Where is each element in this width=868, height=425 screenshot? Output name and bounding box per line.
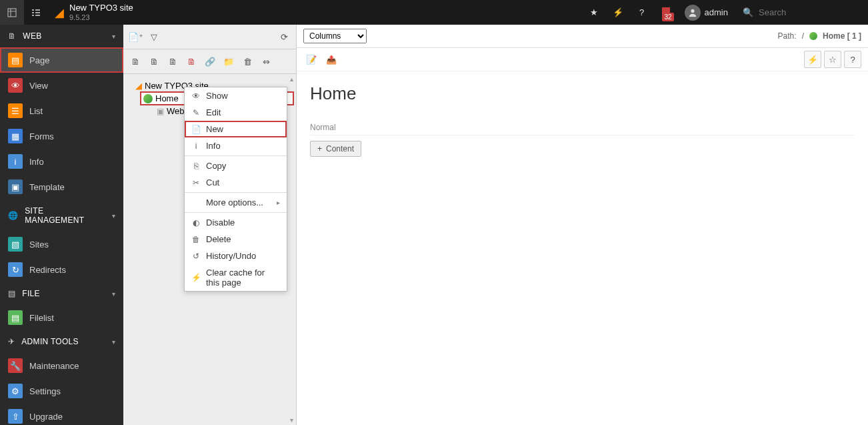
trash-icon[interactable]: 🗑 [239,53,255,69]
doc-shortcut-icon[interactable]: 🗎 [165,53,181,69]
search-icon: 🔍 [743,7,753,17]
ctx-history[interactable]: ↺History/Undo [185,248,287,264]
ctx-disable[interactable]: ◐Disable [185,214,287,231]
ctx-info[interactable]: iInfo [185,137,287,154]
pencil-icon: ✎ [191,108,201,117]
topbar: ◢ New TYPO3 site 9.5.23 ★ ⚡ ? 32 admin 🔍 [0,0,868,25]
ctx-new[interactable]: 📄New [185,121,287,137]
eye-icon: 👁 [8,78,23,93]
copy-icon: ⎘ [191,161,201,171]
path-label: Path: [778,31,797,41]
user-menu[interactable]: admin [678,5,735,21]
folder-icon[interactable]: 📁 [221,53,237,69]
link-icon[interactable]: 🔗 [202,53,218,69]
sidebar-item-forms[interactable]: ▦Forms [0,123,123,149]
svg-rect-0 [8,9,16,17]
layout-select[interactable]: Columns [303,29,367,43]
sidebar-item-redirects[interactable]: ↻Redirects [0,257,123,282]
ctx-show[interactable]: 👁Show [185,87,287,104]
wrench-icon: 🔧 [8,358,23,373]
sidebar-group-admintools[interactable]: ✈ ADMIN TOOLS ▾ [0,330,123,353]
redirect-icon: ↻ [8,262,23,277]
refresh-icon[interactable]: ⟳ [276,29,292,45]
globe-icon [809,32,817,40]
search-input[interactable] [759,7,868,17]
shortcut-icon[interactable] [24,0,48,25]
content-toolbar-2: 📝 📤 ⚡ ☆ ? [297,48,868,71]
sidebar-item-info[interactable]: iInfo [0,149,123,174]
site-version: 9.5.23 [69,13,133,21]
ctx-clearcache[interactable]: ⚡Clear cache for this page [185,264,287,291]
ctx-more[interactable]: More options...▸ [185,194,287,211]
template-icon: ▣ [8,179,23,194]
sidebar-group-file[interactable]: ▤ FILE ▾ [0,282,123,305]
username: admin [705,7,728,17]
doc-mount-icon[interactable]: 🗎 [183,53,199,69]
avatar-icon [685,5,701,21]
doc-hide-icon[interactable]: 🗎 [146,53,162,69]
svg-rect-5 [35,12,40,13]
ctx-copy[interactable]: ⎘Copy [185,157,287,174]
search-wrap: 🔍 [735,7,868,17]
separator-icon[interactable]: ⇔ [258,53,274,69]
typo3-logo-icon: ◢ [55,5,64,20]
svg-rect-6 [35,15,40,16]
sidebar-item-sites[interactable]: ▧Sites [0,232,123,257]
sidebar-item-upgrade[interactable]: ⇧Upgrade [0,404,123,425]
content-area: Columns Path: / Home [ 1 ] 📝 📤 ⚡ ☆ ? Hom… [297,25,868,425]
export-icon[interactable]: 📤 [323,51,339,67]
bookmark-icon[interactable]: ★ [582,0,606,25]
sidebar-item-view[interactable]: 👁View [0,73,123,98]
globe-icon [143,94,153,103]
sites-icon: ▧ [8,237,23,252]
svg-point-8 [691,9,694,12]
add-content-button[interactable]: + Content [310,141,361,157]
help-action-icon[interactable]: ? [844,51,861,68]
edit-page-icon[interactable]: 📝 [303,51,319,67]
page-icon: ▣ [157,107,164,116]
sidebar-group-sitemanagement[interactable]: 🌐 SITE MANAGEMENT ▾ [0,199,123,232]
filter-icon[interactable]: ▽ [146,29,162,45]
flash-icon[interactable]: ⚡ [606,0,630,25]
notification-icon[interactable]: 32 [654,0,678,25]
sidebar-item-template[interactable]: ▣Template [0,174,123,199]
context-menu: 👁Show ✎Edit 📄New iInfo ⎘Copy ✂Cut More o… [184,87,287,292]
sidebar-item-settings[interactable]: ⚙Settings [0,378,123,404]
new-icon: 📄 [191,125,201,134]
scroll-up-icon[interactable]: ▴ [288,75,295,83]
sidebar-group-web[interactable]: 🗎 WEB ▾ [0,25,123,47]
list-icon: ☰ [8,103,23,118]
content-toolbar: Columns Path: / Home [ 1 ] [297,25,868,48]
sidebar-item-page[interactable]: ▤Page [0,47,123,73]
globe-icon: 🌐 [8,211,18,220]
ctx-cut[interactable]: ✂Cut [185,174,287,191]
upgrade-icon: ⇧ [8,409,23,424]
breadcrumb-page: Home [ 1 ] [823,31,861,41]
file-icon: 🗎 [8,31,16,41]
cache-action-icon[interactable]: ⚡ [804,51,821,68]
rocket-icon: ✈ [8,337,15,346]
svg-rect-2 [32,12,34,13]
bookmark-action-icon[interactable]: ☆ [824,51,841,68]
svg-rect-3 [32,15,34,16]
chevron-right-icon: ▸ [277,199,280,206]
folder-icon: ▤ [8,289,15,298]
ctx-delete[interactable]: 🗑Delete [185,231,287,248]
column-label: Normal [310,120,855,135]
sidebar-item-list[interactable]: ☰List [0,98,123,123]
sidebar-item-maintenance[interactable]: 🔧Maintenance [0,353,123,378]
toggle-icon: ◐ [191,218,201,228]
sidebar-item-filelist[interactable]: ▤Filelist [0,305,123,330]
new-page-drag-icon[interactable]: 📄⁺ [127,29,143,45]
ctx-edit[interactable]: ✎Edit [185,104,287,121]
svg-rect-1 [32,9,34,11]
site-label[interactable]: ◢ New TYPO3 site 9.5.23 [48,0,140,25]
forms-icon: ▦ [8,129,23,143]
help-icon[interactable]: ? [630,0,654,25]
scroll-down-icon[interactable]: ▾ [288,416,295,424]
cut-icon: ✂ [191,178,201,187]
cache-icon[interactable] [0,0,24,25]
chevron-down-icon: ▾ [112,33,115,40]
module-sidebar: 🗎 WEB ▾ ▤Page 👁View ☰List ▦Forms iInfo ▣… [0,25,123,425]
doc-icon[interactable]: 🗎 [127,53,143,69]
